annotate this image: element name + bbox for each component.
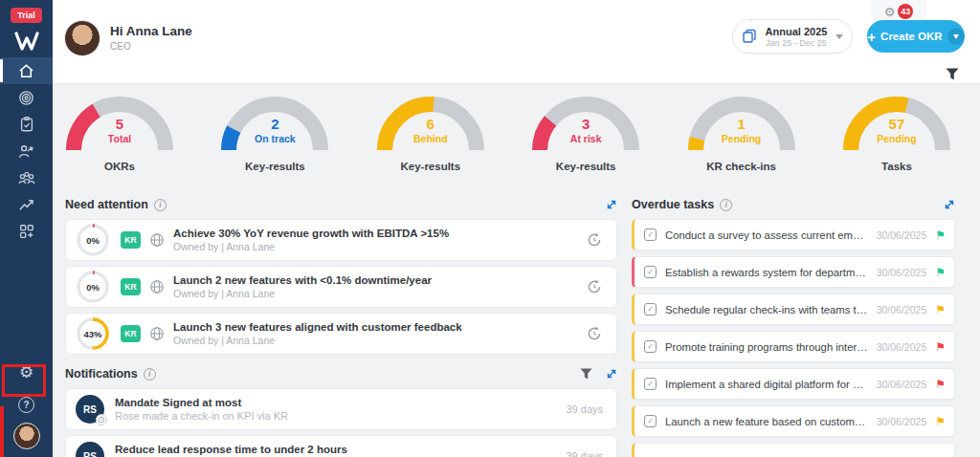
gauge-values: 3 At risk — [526, 116, 645, 144]
task-row[interactable]: ✓ Schedule regular check-ins with teams … — [632, 294, 955, 325]
kr-badge: KR — [121, 231, 141, 249]
gear-icon: ⚙ — [884, 6, 896, 18]
create-okr-dropdown[interactable] — [947, 28, 965, 45]
flag-icon[interactable]: ⚑ — [935, 341, 946, 353]
flag-icon[interactable]: ⚑ — [935, 267, 946, 278]
sidebar: Trial ⚙ ? — [0, 0, 53, 457]
task-checkbox[interactable]: ✓ — [644, 303, 657, 316]
section-title: Overdue tasks — [632, 198, 714, 211]
period-selector[interactable]: Annual 2025 Jan 25 - Dec 25 — [732, 19, 853, 54]
flag-icon[interactable]: ⚑ — [935, 416, 946, 427]
target-icon — [17, 89, 35, 107]
progress-ring: 43% — [76, 316, 110, 351]
task-checkbox[interactable]: ✓ — [644, 415, 657, 427]
notifications-header: Notifications i — [65, 366, 617, 381]
sidebar-item-team[interactable] — [0, 164, 53, 191]
profile-avatar[interactable] — [13, 423, 40, 449]
notification-item[interactable]: RS Reduce lead response time to under 2 … — [65, 435, 617, 457]
sidebar-item-apps[interactable] — [0, 218, 53, 245]
trial-badge: Trial — [11, 8, 42, 23]
flag-icon[interactable]: ⚑ — [935, 379, 946, 390]
help-icon: ? — [23, 400, 29, 410]
settings-button[interactable]: ⚙ — [19, 357, 33, 387]
task-row[interactable]: ✓ Implement a shared digital platform fo… — [632, 368, 955, 400]
clipboard-check-icon — [18, 116, 35, 133]
item-texts: Achieve 30% YoY revenue growth with EBIT… — [173, 228, 576, 252]
info-icon[interactable]: i — [154, 199, 167, 211]
sidebar-item-okrs[interactable] — [0, 84, 53, 111]
sidebar-item-reports[interactable] — [0, 191, 53, 218]
need-attention-item[interactable]: 0% KR Achieve 30% YoY revenue growth wit… — [65, 219, 617, 261]
notification-count-badge: 43 — [898, 4, 913, 19]
info-icon[interactable]: i — [720, 199, 732, 211]
gauge-kr-on-track[interactable]: 2 On track Key-results — [215, 95, 334, 172]
task-row[interactable]: ✓ Establish a rewards system for departm… — [632, 256, 955, 288]
filter-icon[interactable] — [946, 68, 959, 80]
need-attention-header: Need attention i — [65, 197, 617, 212]
notification-age: 39 days — [566, 450, 603, 457]
left-column: Need attention i 0% KR Achieve 30% YoY r… — [65, 197, 617, 457]
info-icon[interactable]: i — [144, 368, 156, 381]
notification-age: 39 days — [566, 403, 603, 415]
summary-gauges: 5 Total OKRs 2 On track Key-results 6 Be… — [60, 95, 956, 172]
need-attention-item[interactable]: 0% KR Launch 2 new features with <0.1% d… — [65, 266, 617, 308]
person-growth-icon — [17, 142, 35, 161]
kr-badge: KR — [121, 325, 141, 342]
task-due-date: 30/06/2025 — [877, 341, 927, 353]
flag-icon[interactable]: ⚑ — [935, 229, 946, 241]
task-row[interactable]: ✓ Promote training programs through inte… — [632, 331, 955, 362]
check-in-icon[interactable] — [586, 325, 603, 342]
expand-icon[interactable] — [606, 199, 617, 210]
gauge-values: 6 Behind — [371, 116, 490, 144]
task-row[interactable]: ✓ Launch a new feature based on customer… — [632, 405, 955, 437]
progress-ring: 0% — [76, 223, 110, 257]
gauge-kr-behind[interactable]: 6 Behind Key-results — [371, 95, 490, 172]
gauge-values: 2 On track — [215, 116, 334, 144]
task-due-date: 30/06/2025 — [877, 229, 927, 241]
overdue-tasks-column: Overdue tasks i ✓ Conduct a survey to as… — [632, 197, 955, 457]
notification-item[interactable]: RS Mandate Signed at most Rose made a ch… — [65, 388, 617, 430]
item-texts: Reduce lead response time to under 2 hou… — [115, 444, 556, 457]
period-title: Annual 2025 — [757, 26, 835, 37]
create-okr-label: Create OKR — [880, 31, 943, 42]
gauge-tasks-pending[interactable]: 57 Pending Tasks — [837, 95, 956, 172]
sidebar-item-plans[interactable] — [0, 111, 53, 138]
gauge-values: 57 Pending — [837, 116, 956, 144]
gauge-values: 1 Pending — [682, 116, 801, 144]
team-icon — [17, 169, 36, 187]
globe-icon — [149, 326, 165, 341]
help-button[interactable]: ? — [18, 397, 34, 413]
user-avatar[interactable] — [64, 20, 100, 56]
expand-icon[interactable] — [606, 368, 617, 380]
sidebar-item-home[interactable] — [0, 57, 53, 84]
create-okr-button[interactable]: + Create OKR — [867, 20, 965, 53]
section-title: Need attention — [65, 198, 148, 211]
greeting-text: Hi Anna Lane — [110, 24, 192, 38]
flag-icon[interactable]: ⚑ — [935, 304, 946, 316]
task-checkbox[interactable]: ✓ — [644, 228, 657, 241]
item-texts: Launch 2 new features with <0.1% downtim… — [173, 274, 576, 299]
sidebar-item-performance[interactable] — [0, 138, 53, 164]
period-pages-icon — [742, 29, 757, 44]
task-checkbox[interactable]: ✓ — [644, 378, 657, 390]
need-attention-item[interactable]: 43% KR Launch 3 new features aligned wit… — [65, 313, 617, 355]
gauge-okrs-total[interactable]: 5 Total OKRs — [60, 95, 179, 172]
task-row[interactable]: ✓ Conduct a survey to assess current emp… — [632, 219, 955, 250]
check-in-icon[interactable] — [586, 278, 603, 295]
filter-icon[interactable] — [580, 368, 592, 380]
home-icon — [17, 62, 35, 80]
sidebar-bottom: ⚙ ? — [0, 357, 53, 457]
item-texts: Mandate Signed at most Rose made a check… — [115, 397, 556, 422]
task-checkbox[interactable]: ✓ — [644, 340, 657, 353]
task-checkbox[interactable]: ✓ — [644, 266, 657, 278]
period-text: Annual 2025 Jan 25 - Dec 25 — [757, 26, 835, 48]
expand-icon[interactable] — [944, 199, 955, 210]
gauge-kr-at-risk[interactable]: 3 At risk Key-results — [526, 95, 645, 172]
overdue-tasks-header: Overdue tasks i — [632, 197, 955, 212]
gauge-values: 5 Total — [60, 116, 179, 144]
task-due-date: 30/06/2025 — [877, 379, 927, 390]
task-row-partial[interactable] — [632, 443, 955, 457]
check-in-icon[interactable] — [586, 231, 603, 249]
gear-icon: ⚙ — [19, 364, 33, 381]
gauge-kr-checkins-pending[interactable]: 1 Pending KR check-ins — [682, 95, 801, 172]
